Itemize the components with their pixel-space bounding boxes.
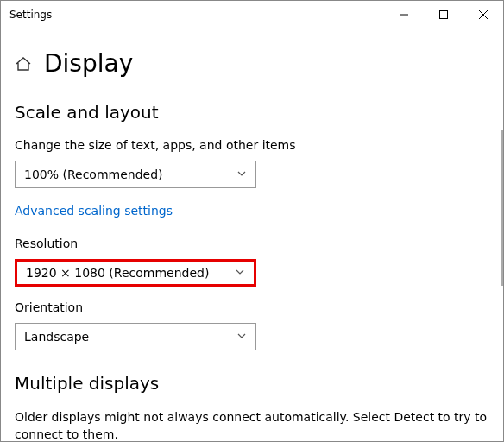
text-size-dropdown[interactable]: 100% (Recommended) [15, 161, 256, 188]
chevron-down-icon [236, 330, 247, 344]
section-multiple-displays: Multiple displays [15, 373, 489, 394]
svg-line-2 [479, 10, 488, 19]
resolution-label: Resolution [15, 237, 489, 250]
scrollbar[interactable] [501, 130, 503, 286]
window-controls [384, 1, 503, 28]
multiple-displays-description: Older displays might not always connect … [15, 409, 489, 442]
window-title: Settings [9, 9, 384, 21]
maximize-button[interactable] [424, 1, 463, 28]
resolution-value: 1920 × 1080 (Recommended) [26, 266, 209, 280]
text-size-label: Change the size of text, apps, and other… [15, 138, 489, 152]
minimize-button[interactable] [384, 1, 424, 28]
advanced-scaling-link[interactable]: Advanced scaling settings [15, 204, 173, 218]
page-title: Display [44, 49, 133, 78]
chevron-down-icon [236, 167, 247, 181]
orientation-value: Landscape [24, 330, 89, 344]
svg-line-3 [479, 10, 488, 19]
svg-rect-1 [440, 11, 448, 19]
orientation-dropdown[interactable]: Landscape [15, 323, 256, 350]
titlebar: Settings [1, 1, 503, 28]
resolution-dropdown[interactable]: 1920 × 1080 (Recommended) [15, 259, 256, 287]
section-scale-layout: Scale and layout [15, 102, 489, 123]
chevron-down-icon [235, 266, 245, 280]
content-area: Scale and layout Change the size of text… [1, 90, 503, 442]
page-header: Display [1, 28, 503, 90]
home-icon[interactable] [15, 55, 32, 73]
close-button[interactable] [463, 1, 503, 28]
text-size-value: 100% (Recommended) [24, 167, 163, 181]
orientation-label: Orientation [15, 300, 489, 314]
